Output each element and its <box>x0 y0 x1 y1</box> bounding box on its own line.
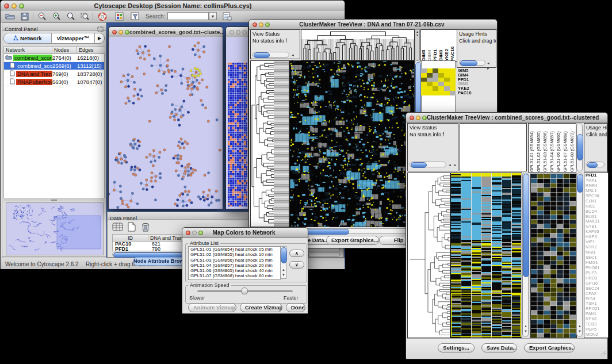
open-icon[interactable] <box>3 11 17 22</box>
main-title-bar[interactable]: Cytoscape Desktop (Session Name: collins… <box>1 1 345 12</box>
column-label[interactable]: GPL51-01 (GSM854) <box>529 124 536 172</box>
network-row[interactable]: combined_scores2764(0)16218(0) <box>4 54 104 62</box>
close-icon[interactable] <box>112 30 117 35</box>
tab-node-attribute-browser[interactable]: Node Attribute Brows <box>133 257 186 266</box>
tab-overflow-arrow-icon[interactable]: ▶ <box>94 33 104 43</box>
tab-vizmapper[interactable]: VizMapper™ <box>52 33 94 43</box>
column-label[interactable]: GPL51-04 (GSM857) <box>549 124 556 172</box>
matrix-canvas[interactable] <box>228 63 247 206</box>
tab-network[interactable]: Network <box>4 33 52 43</box>
zoom-window-icon[interactable] <box>19 3 24 9</box>
birdseye-view[interactable] <box>6 202 104 255</box>
zoom-window-icon[interactable] <box>125 30 129 35</box>
gene-list-item[interactable]: MON2 <box>584 332 608 338</box>
export-graphics-button[interactable]: Export Graphics... <box>326 236 379 245</box>
view-status-h-scrollbar[interactable] <box>253 52 289 58</box>
network-row[interactable]: RNAPuberNov2+563(0)107847(0) <box>4 78 104 86</box>
similarity-matrix[interactable] <box>421 68 456 95</box>
column-label[interactable]: GPL51-06 (GSM865) <box>555 124 562 172</box>
matrix-view-title-bar[interactable] <box>226 27 248 37</box>
treeview1-title-bar[interactable]: ClusterMaker TreeView : DNA and Tran 07-… <box>249 20 497 30</box>
attribute-list-item[interactable]: GPL51-06 (GSM865) heat shock 40 min <box>189 268 281 273</box>
search-input[interactable] <box>167 12 209 20</box>
settings-button[interactable]: Settings... <box>438 343 475 352</box>
row-label[interactable]: PAC10 <box>457 91 496 95</box>
treeview1-row-dendrogram[interactable] <box>250 60 289 227</box>
data-page-icon[interactable] <box>127 222 136 234</box>
minimize-icon[interactable] <box>192 231 197 235</box>
minimize-icon[interactable] <box>12 3 17 9</box>
column-header-nodes[interactable]: Nodes <box>52 47 77 54</box>
attribute-list-item[interactable]: GPL51-07 (GSM868) heat shock 60 min <box>189 273 281 278</box>
minimize-icon[interactable] <box>259 22 263 27</box>
close-icon[interactable] <box>410 116 414 120</box>
zoom-window-icon[interactable] <box>242 30 247 35</box>
minimize-icon[interactable] <box>416 116 420 120</box>
treeview2-detail-v-scrollbar[interactable]: ▲▼ <box>576 173 583 337</box>
column-header-network[interactable]: Network <box>4 47 52 54</box>
network-row[interactable]: DNA and Tran 07769(0)183728(0) <box>4 70 104 78</box>
done-button[interactable]: Done <box>286 303 305 312</box>
network-view-title-bar[interactable]: combined_scores_good.txt--cluste... <box>109 27 223 37</box>
treeview1-column-dendrogram[interactable] <box>301 29 415 60</box>
column-label[interactable]: GIM5 <box>421 30 427 61</box>
close-icon[interactable] <box>230 30 234 35</box>
column-label[interactable]: GPL51-07 (GSM868) <box>562 124 569 172</box>
attribute-list-item[interactable]: GPL51-04 (GSM857) heat shock 20 min <box>189 263 281 268</box>
panel-splitter[interactable] <box>3 199 105 201</box>
treeview2-v-scrollbar[interactable]: ▲▼ <box>522 173 529 337</box>
import-table-icon[interactable] <box>220 11 234 22</box>
column-label[interactable]: GPL51-02 (GSM855) <box>536 124 542 172</box>
trash-icon[interactable] <box>141 222 150 234</box>
zoom-selected-icon[interactable] <box>78 11 92 22</box>
move-down-button[interactable]: ∨ <box>289 261 304 269</box>
data-grid-icon[interactable] <box>112 222 124 234</box>
treeview2-top-v-scrollbar[interactable] <box>576 123 583 171</box>
usage-hints-h-scrollbar[interactable] <box>586 162 605 167</box>
animate-vizmap-button[interactable]: Animate Vizmap <box>188 303 236 312</box>
export-graphics-button[interactable]: Export Graphics... <box>524 343 575 352</box>
column-header-edges[interactable]: Edges <box>77 47 105 54</box>
attribute-list-scrollbar[interactable]: ▲▼ <box>280 246 286 279</box>
network-canvas[interactable] <box>109 37 223 209</box>
close-icon[interactable] <box>4 3 9 9</box>
minimize-icon[interactable] <box>236 30 240 35</box>
column-label[interactable]: GPL51-08 (GSM872) <box>569 124 576 172</box>
annotation-icon[interactable] <box>128 11 142 22</box>
column-label[interactable]: GIM3 <box>438 30 444 61</box>
attribute-list-item[interactable]: GPL51-01 (GSM854) heat shock 05 min <box>189 247 281 252</box>
attribute-list-item[interactable]: GPL51-03 (GSM856) heat shock 15 min <box>189 258 281 263</box>
help-icon[interactable] <box>95 11 109 22</box>
treeview2-row-dendrogram[interactable] <box>407 173 450 338</box>
treeview2-title-bar[interactable]: ClusterMaker TreeView : combined_scores_… <box>406 113 607 123</box>
view-status-h-scrollbar[interactable] <box>410 162 446 167</box>
save-data-button[interactable]: Save Data... <box>481 343 517 352</box>
zoom-fit-icon[interactable] <box>64 11 78 22</box>
vizmap-icon[interactable] <box>112 11 126 22</box>
zoom-out-icon[interactable] <box>35 11 49 22</box>
close-icon[interactable] <box>186 231 190 235</box>
column-label[interactable]: PFD1 <box>433 30 438 61</box>
resize-grip-icon[interactable] <box>600 348 606 358</box>
zoom-window-icon[interactable] <box>265 22 270 27</box>
save-icon[interactable] <box>18 11 32 22</box>
column-label[interactable]: YKE2 <box>444 30 450 61</box>
column-label[interactable]: GPL51-03 (GSM856) <box>542 124 549 172</box>
attribute-list-item[interactable]: GPL51-02 (GSM855) heat shock 10 min <box>189 252 281 257</box>
search-dropdown-arrow-icon[interactable]: ▼ <box>209 12 217 20</box>
minimize-icon[interactable] <box>118 30 123 35</box>
window-controls[interactable] <box>4 3 24 9</box>
usage-hints-h-scrollbar[interactable] <box>459 60 485 66</box>
dialog-title-bar[interactable]: Map Colors to Network <box>182 228 308 238</box>
zoom-in-icon[interactable] <box>49 11 63 22</box>
network-row[interactable]: combined_sco2569(6)13112(15) <box>4 62 104 70</box>
zoom-window-icon[interactable] <box>198 231 203 235</box>
scroll-left-right-icons[interactable]: ◄ ► <box>448 163 458 168</box>
speed-slider-thumb[interactable] <box>241 288 248 294</box>
zoom-window-icon[interactable] <box>422 116 427 120</box>
dendrogram-scroll-strip[interactable]: ▲▼ <box>415 29 420 60</box>
close-icon[interactable] <box>253 22 257 27</box>
column-label[interactable]: GIM4 <box>427 30 433 61</box>
move-up-button[interactable]: ∧ <box>289 250 304 257</box>
treeview2-column-dendrogram[interactable] <box>460 123 527 171</box>
